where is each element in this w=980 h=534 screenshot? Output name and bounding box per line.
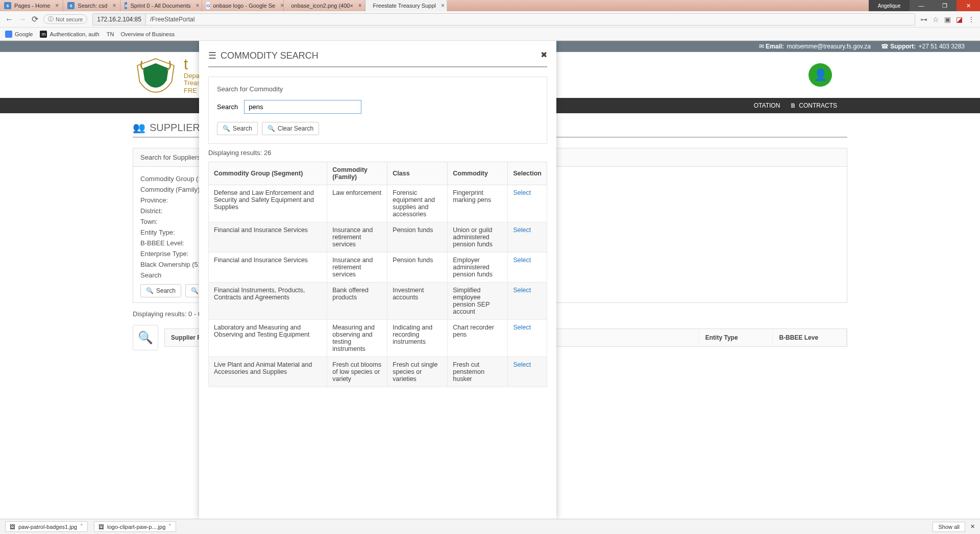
database-icon: ☰	[208, 50, 216, 61]
bookmark-label: Google	[15, 31, 33, 37]
sharepoint-icon: s	[125, 2, 127, 9]
search-label: Search	[217, 103, 238, 111]
select-link[interactable]: Select	[513, 324, 531, 331]
cell-select: Select	[508, 357, 547, 387]
cell-commodity: Fingerprint marking pens	[448, 185, 508, 222]
table-row: Financial and Insurance ServicesInsuranc…	[209, 252, 547, 283]
browser-tab-active[interactable]: Freestate Treasury Suppl×	[365, 0, 447, 11]
window-minimize-button[interactable]: —	[910, 0, 933, 11]
cell-group: Laboratory and Measuring and Observing a…	[209, 320, 327, 357]
bookmark-label: Authentication, auth	[50, 31, 99, 37]
close-icon[interactable]: ×	[112, 2, 116, 9]
select-link[interactable]: Select	[513, 257, 531, 264]
cell-class: Investment accounts	[387, 283, 448, 320]
back-button[interactable]: ←	[5, 15, 13, 24]
pdf-icon[interactable]: ◪	[956, 15, 963, 23]
tab-label: Sprint 0 - All Documents	[130, 3, 190, 9]
close-icon[interactable]: ×	[280, 2, 284, 9]
chrome-user-badge[interactable]: Angelique	[869, 0, 910, 11]
window-buttons: Angelique — ❐ ✕	[869, 0, 980, 11]
cell-family: Insurance and retirement services	[327, 222, 387, 252]
cell-group: Financial and Insurance Services	[209, 252, 327, 283]
extension-icon[interactable]: ▣	[944, 15, 951, 23]
modal-clear-button[interactable]: 🔍Clear Search	[262, 122, 319, 135]
browser-titlebar: sPages - Home× sSearch: csd× sSprint 0 -…	[0, 0, 980, 11]
commodity-search-modal: ✖ ☰COMMODITY SEARCH Search for Commodity…	[199, 41, 556, 519]
table-row: Financial Instruments, Products, Contrac…	[209, 283, 547, 320]
bookmarks-bar: Google mAuthentication, auth TN Overview…	[0, 28, 980, 41]
tab-label: onbase logo - Google Se	[213, 3, 275, 9]
search-icon: 🔍	[267, 125, 275, 132]
commodity-search-input[interactable]	[244, 100, 361, 114]
cell-select: Select	[508, 222, 547, 252]
modal-results-count: Displaying results: 26	[208, 149, 547, 157]
close-icon[interactable]: ×	[195, 2, 199, 9]
toolbar-icons: ⊶ ☆ ▣ ◪ ⋮	[920, 15, 975, 23]
cell-commodity: Chart recorder pens	[448, 320, 508, 357]
modal-title-text: COMMODITY SEARCH	[220, 50, 318, 61]
tab-label: onbase_icon2.png (400×	[291, 3, 353, 9]
select-link[interactable]: Select	[513, 287, 531, 294]
close-icon[interactable]: ×	[441, 2, 445, 9]
tab-label: Pages - Home	[14, 3, 50, 9]
tab-label: Search: csd	[78, 3, 107, 9]
sharepoint-icon: s	[67, 2, 75, 9]
bookmark-label: Overview of Business	[120, 31, 175, 37]
security-badge[interactable]: ⓘNot secure	[43, 14, 87, 24]
cell-commodity: Simplified employee pension SEP account	[448, 283, 508, 320]
security-text: Not secure	[56, 16, 83, 22]
key-icon[interactable]: ⊶	[920, 15, 927, 23]
url-path: /FreeStatePortal	[146, 16, 199, 23]
select-link[interactable]: Select	[513, 189, 531, 196]
search-icon: 🔍	[223, 125, 230, 132]
bookmark-item[interactable]: Google	[5, 31, 33, 38]
browser-tab[interactable]: Gonbase logo - Google Se×	[202, 0, 284, 11]
user-label: Angelique	[878, 3, 900, 9]
address-bar[interactable]: 172.16.2.104:85 /FreeStatePortal	[92, 13, 915, 26]
bookmark-item[interactable]: mAuthentication, auth	[40, 31, 99, 38]
menu-icon[interactable]: ⋮	[968, 15, 975, 23]
select-link[interactable]: Select	[513, 226, 531, 234]
window-close-button[interactable]: ✕	[957, 0, 980, 11]
cell-class: Forensic equipment and supplies and acce…	[387, 185, 448, 222]
star-icon[interactable]: ☆	[933, 15, 939, 23]
cell-family: Insurance and retirement services	[327, 252, 387, 283]
sharepoint-icon: s	[4, 2, 11, 9]
modal-title: ☰COMMODITY SEARCH	[208, 50, 547, 61]
cell-family: Bank offered products	[327, 283, 387, 320]
close-icon[interactable]: ×	[55, 2, 59, 9]
window-restore-button[interactable]: ❐	[933, 0, 957, 11]
browser-tab[interactable]: sSearch: csd×	[63, 0, 120, 11]
forward-button[interactable]: →	[18, 15, 27, 24]
browser-tab[interactable]: sSprint 0 - All Documents×	[120, 0, 202, 11]
cell-select: Select	[508, 320, 547, 357]
browser-tab[interactable]: onbase_icon2.png (400××	[284, 0, 365, 11]
close-icon[interactable]: ✖	[541, 50, 547, 60]
cell-select: Select	[508, 185, 547, 222]
cell-family: Fresh cut blooms of low species or varie…	[327, 357, 387, 387]
browser-tab[interactable]: sPages - Home×	[0, 0, 63, 11]
button-label: Clear Search	[278, 125, 313, 132]
tab-strip: sPages - Home× sSearch: csd× sSprint 0 -…	[0, 0, 869, 11]
col-commodity-group: Commodity Group (Segment)	[209, 162, 327, 185]
cell-class: Pension funds	[387, 252, 448, 283]
table-row: Live Plant and Animal Material and Acces…	[209, 357, 547, 387]
close-icon[interactable]: ×	[358, 2, 362, 9]
results-table: Commodity Group (Segment) Commodity (Fam…	[208, 162, 547, 387]
modal-search-button[interactable]: 🔍Search	[217, 122, 258, 135]
button-label: Search	[233, 125, 252, 132]
browser-toolbar: ← → ⟳ ⓘNot secure 172.16.2.104:85 /FreeS…	[0, 11, 980, 28]
col-class: Class	[387, 162, 448, 185]
cell-group: Live Plant and Animal Material and Acces…	[209, 357, 327, 387]
cell-commodity: Fresh cut penstemon husker	[448, 357, 508, 387]
col-commodity-family: Commodity (Family)	[327, 162, 387, 185]
reload-button[interactable]: ⟳	[32, 14, 38, 24]
bookmark-item[interactable]: TN Overview of Business	[107, 31, 175, 37]
select-link[interactable]: Select	[513, 361, 531, 368]
cell-family: Measuring and observing and testing inst…	[327, 320, 387, 357]
col-selection: Selection	[508, 162, 547, 185]
cell-group: Financial Instruments, Products, Contrac…	[209, 283, 327, 320]
col-commodity: Commodity	[448, 162, 508, 185]
cell-family: Law enforcement	[327, 185, 387, 222]
google-icon: G	[206, 2, 210, 9]
